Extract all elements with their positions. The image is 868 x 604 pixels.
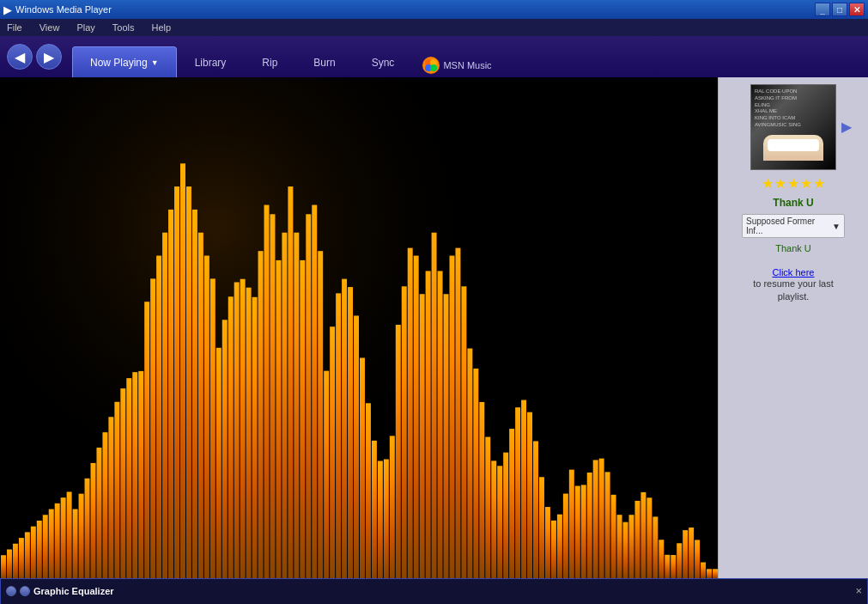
now-playing-track: Thank U (775, 243, 811, 253)
title-icon: ▶ (3, 3, 12, 16)
tab-rip[interactable]: Rip (244, 46, 295, 77)
vis-canvas (0, 77, 718, 578)
eq-title: Graphic Equalizer (33, 586, 852, 596)
tab-library[interactable]: Library (177, 46, 245, 77)
visualizer (0, 77, 718, 578)
nav-tabs: Now Playing ▼ Library Rip Burn Sync MS (72, 36, 502, 77)
track-title: Thank U (773, 197, 813, 209)
main-content: RAL CODE·UPON ASKING IT FROM ELING XHAL … (0, 77, 868, 578)
menu-help[interactable]: Help (148, 21, 174, 34)
minimize-button[interactable]: _ (815, 3, 830, 16)
star-rating[interactable]: ★ ★ ★ ★ ★ (762, 175, 825, 192)
eq-title-bar: Graphic Equalizer × (6, 584, 862, 597)
tab-now-playing[interactable]: Now Playing ▼ (72, 46, 177, 77)
art-container: RAL CODE·UPON ASKING IT FROM ELING XHAL … (750, 84, 836, 170)
menu-file[interactable]: File (3, 21, 26, 34)
tab-msn-music[interactable]: MSN Music (412, 53, 501, 77)
title-text: Windows Media Player (15, 4, 815, 15)
equalizer: Graphic Equalizer × Turn off Reset ▼ Roc… (0, 578, 868, 604)
album-selector[interactable]: Supposed Former Inf... ▼ (742, 214, 845, 238)
svg-point-3 (430, 64, 437, 71)
menu-bar: File View Play Tools Help (0, 19, 868, 36)
eq-title-btn-1[interactable] (6, 586, 16, 596)
next-art-button[interactable]: ▶ (841, 119, 852, 135)
right-panel: RAL CODE·UPON ASKING IT FROM ELING XHAL … (718, 77, 868, 578)
click-here-link[interactable]: Click here (753, 267, 834, 278)
tab-burn[interactable]: Burn (295, 46, 353, 77)
album-art-bg: RAL CODE·UPON ASKING IT FROM ELING XHAL … (751, 85, 835, 169)
title-bar: ▶ Windows Media Player _ □ ✕ (0, 0, 868, 19)
resume-section: Click here to resume your lastplaylist. (753, 267, 834, 304)
maximize-button[interactable]: □ (832, 3, 847, 16)
close-button[interactable]: ✕ (849, 3, 865, 16)
msn-logo (422, 57, 440, 74)
album-art[interactable]: RAL CODE·UPON ASKING IT FROM ELING XHAL … (750, 84, 836, 170)
eq-title-btn-2[interactable] (20, 586, 30, 596)
forward-button[interactable]: ▶ (36, 44, 62, 70)
resume-text: to resume your lastplaylist. (753, 278, 834, 304)
menu-view[interactable]: View (36, 21, 64, 34)
menu-play[interactable]: Play (73, 21, 98, 34)
menu-tools[interactable]: Tools (109, 21, 138, 34)
nav-bar: ◀ ▶ Now Playing ▼ Library Rip Burn Sync (0, 36, 868, 77)
eq-close-button[interactable]: × (855, 584, 862, 597)
back-button[interactable]: ◀ (7, 44, 33, 70)
tab-sync[interactable]: Sync (354, 46, 413, 77)
window-buttons: _ □ ✕ (815, 3, 865, 16)
